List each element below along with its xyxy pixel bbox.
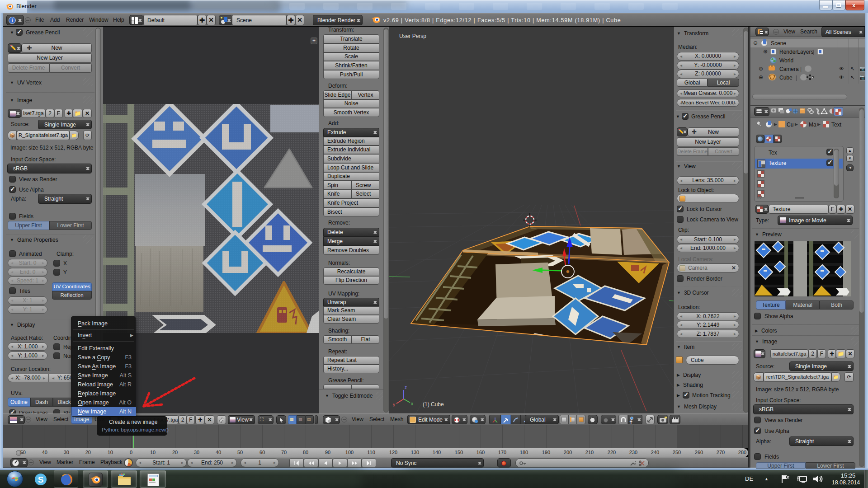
svg-text:z: z <box>405 385 407 390</box>
svg-text:y: y <box>393 402 395 407</box>
svg-text:(1) Cube: (1) Cube <box>423 401 444 408</box>
svg-text:x: x <box>411 401 413 406</box>
svg-text:S: S <box>38 475 44 484</box>
svg-text:User Persp: User Persp <box>399 33 426 39</box>
